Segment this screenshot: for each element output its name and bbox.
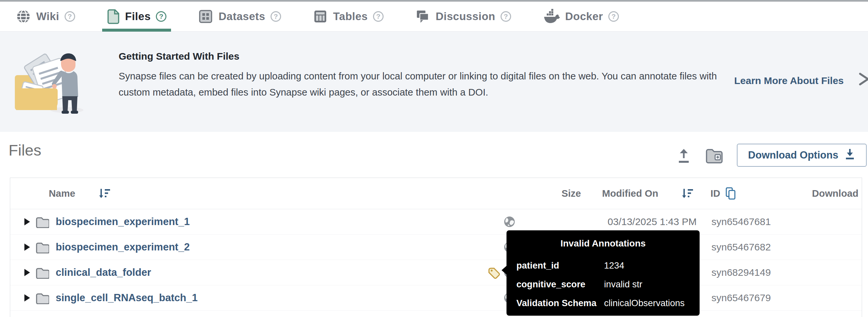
upload-icon xyxy=(676,160,692,165)
globe-icon xyxy=(16,9,31,24)
tab-wiki[interactable]: Wiki ? xyxy=(16,2,75,31)
datasets-icon xyxy=(198,9,213,24)
modified-on-value: 03/13/2025 1:43 PM xyxy=(608,216,696,227)
syn-id-value: syn65467681 xyxy=(711,216,771,227)
folder-name-link[interactable]: biospecimen_experiment_1 xyxy=(56,216,190,228)
expand-caret-icon[interactable] xyxy=(24,269,30,276)
tooltip-title: Invalid Annotations xyxy=(506,238,700,249)
help-icon[interactable]: ? xyxy=(501,11,511,22)
table-row: biospecimen_experiment_2 syn65467682 xyxy=(10,234,862,260)
download-icon xyxy=(844,148,856,163)
upload-button[interactable] xyxy=(676,147,692,164)
getting-started-banner: Getting Started With Files Synapse files… xyxy=(0,32,868,132)
column-header-id: ID xyxy=(711,188,720,199)
table-row: single_cell_RNAseq_batch_1 syn65467679 xyxy=(10,285,862,311)
banner-description: Synapse files can be created by uploadin… xyxy=(119,68,722,100)
column-header-download: Download xyxy=(812,188,859,199)
column-header-name: Name xyxy=(49,188,75,199)
annotation-value: 1234 xyxy=(604,260,690,271)
tooltip-row: Validation Schema clinicalObservations xyxy=(516,294,690,312)
files-illustration xyxy=(11,45,88,116)
folder-icon xyxy=(35,267,49,279)
discussion-icon xyxy=(415,9,430,24)
file-icon xyxy=(107,8,120,25)
page: Wiki ? Files ? Datasets ? Tables ? Discu… xyxy=(0,0,868,317)
entity-tab-bar: Wiki ? Files ? Datasets ? Tables ? Discu… xyxy=(0,2,868,32)
learn-more-link[interactable]: Learn More About Files xyxy=(734,75,844,86)
invalid-annotations-tooltip: Invalid Annotations patient_id 1234 cogn… xyxy=(506,230,700,316)
expand-caret-icon[interactable] xyxy=(24,294,30,302)
download-options-button[interactable]: Download Options xyxy=(737,144,867,167)
folder-icon xyxy=(35,216,49,228)
help-icon[interactable]: ? xyxy=(608,11,619,22)
files-table-body: biospecimen_experiment_1 03/13/2025 1:43… xyxy=(10,209,862,311)
files-page-title: Files xyxy=(8,141,41,159)
table-row: biospecimen_experiment_1 03/13/2025 1:43… xyxy=(10,209,862,234)
expand-caret-icon[interactable] xyxy=(24,218,30,225)
next-chevron-icon[interactable] xyxy=(857,71,868,88)
tab-tables[interactable]: Tables ? xyxy=(313,2,383,31)
column-header-size: Size xyxy=(561,188,581,199)
folder-plus-icon xyxy=(705,159,723,164)
folder-name-link[interactable]: single_cell_RNAseq_batch_1 xyxy=(56,292,198,304)
tooltip-row: cognitive_score invalid str xyxy=(516,275,690,294)
globe-status-icon[interactable] xyxy=(503,216,516,228)
folder-name-link[interactable]: clinical_data_folder xyxy=(56,266,151,279)
column-header-modified: Modified On xyxy=(602,188,658,199)
annotation-value: invalid str xyxy=(604,279,690,290)
annotations-tag-icon[interactable] xyxy=(487,266,501,279)
files-table-header: Name Size Modified On xyxy=(10,178,862,209)
download-options-label: Download Options xyxy=(748,149,838,161)
tooltip-rows: patient_id 1234 cognitive_score invalid … xyxy=(506,256,700,312)
folder-icon xyxy=(35,242,49,253)
folder-icon xyxy=(35,292,49,304)
tooltip-row: patient_id 1234 xyxy=(516,256,690,275)
syn-id-value: syn65467679 xyxy=(711,292,771,304)
annotation-value: clinicalObservations xyxy=(604,298,690,309)
folder-name-link[interactable]: biospecimen_experiment_2 xyxy=(56,241,190,253)
annotation-key: patient_id xyxy=(516,260,604,271)
docker-icon xyxy=(543,9,560,24)
banner-title: Getting Started With Files xyxy=(119,51,725,62)
help-icon[interactable]: ? xyxy=(65,11,75,22)
tab-docker[interactable]: Docker ? xyxy=(543,2,619,31)
help-icon[interactable]: ? xyxy=(271,11,281,22)
help-icon[interactable]: ? xyxy=(373,11,383,22)
sort-name-icon[interactable] xyxy=(98,188,111,199)
tab-files[interactable]: Files ? xyxy=(107,2,167,31)
syn-id-value: syn68294149 xyxy=(711,267,771,278)
syn-id-value: syn65467682 xyxy=(711,242,771,253)
tab-datasets[interactable]: Datasets ? xyxy=(198,2,281,31)
help-icon[interactable]: ? xyxy=(156,11,166,22)
tab-discussion[interactable]: Discussion ? xyxy=(415,2,511,31)
copy-id-icon[interactable] xyxy=(725,187,736,200)
tables-icon xyxy=(313,9,328,24)
expand-caret-icon[interactable] xyxy=(24,244,30,251)
table-row: clinical_data_folder syn68294149 xyxy=(10,260,862,285)
annotation-key: Validation Schema xyxy=(516,298,604,309)
sort-modified-icon[interactable] xyxy=(681,188,694,199)
annotation-key: cognitive_score xyxy=(516,279,604,290)
files-table: Name Size Modified On xyxy=(10,178,862,317)
new-folder-button[interactable] xyxy=(705,148,723,163)
